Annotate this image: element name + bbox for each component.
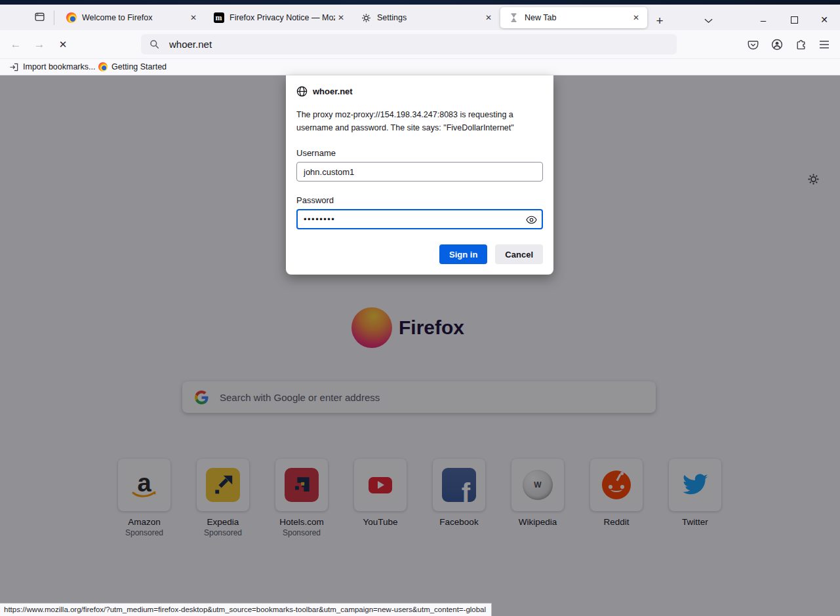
chevron-down-icon — [704, 18, 713, 24]
close-tab-icon[interactable]: ✕ — [335, 12, 347, 24]
proxy-auth-dialog: whoer.net The proxy moz-proxy://154.198.… — [286, 75, 553, 275]
password-field[interactable] — [296, 209, 543, 229]
close-tab-icon[interactable]: ✕ — [188, 12, 199, 24]
account-icon — [771, 39, 783, 50]
search-icon — [150, 39, 159, 49]
firefox-view-icon — [34, 11, 45, 25]
tabbar-separator — [54, 10, 54, 25]
forward-button[interactable]: → — [30, 35, 49, 54]
pocket-button[interactable] — [744, 35, 762, 54]
username-label: Username — [296, 148, 543, 158]
back-button[interactable]: ← — [7, 35, 25, 54]
tab-label: Firefox Privacy Notice — Mozilla — [230, 13, 335, 22]
status-bar: https://www.mozilla.org/firefox/?utm_med… — [0, 603, 492, 616]
password-label: Password — [296, 195, 543, 205]
maximize-icon — [791, 16, 798, 24]
firefox-icon — [66, 12, 77, 24]
address-bar[interactable]: whoer.net — [141, 34, 677, 54]
stop-button[interactable]: ✕ — [54, 35, 72, 54]
tab-new-tab-active[interactable]: New Tab ✕ — [500, 7, 647, 28]
extensions-button[interactable] — [791, 35, 810, 54]
tab-label: New Tab — [525, 13, 630, 22]
account-button[interactable] — [768, 35, 786, 54]
window-titlebar-strip — [0, 0, 840, 5]
new-tab-button[interactable]: + — [650, 12, 669, 29]
pocket-icon — [748, 39, 759, 50]
close-window-button[interactable]: ✕ — [809, 10, 839, 29]
tab-label: Settings — [377, 13, 483, 22]
cancel-button[interactable]: Cancel — [495, 244, 543, 264]
list-all-tabs-button[interactable] — [699, 12, 717, 29]
dialog-site: whoer.net — [313, 87, 353, 96]
navigation-toolbar: ← → ✕ whoer.net — [0, 30, 840, 59]
address-bar-url: whoer.net — [169, 39, 212, 50]
dialog-message: The proxy moz-proxy://154.198.34.247:808… — [296, 108, 538, 134]
tab-label: Welcome to Firefox — [82, 13, 188, 22]
sign-in-button[interactable]: Sign in — [439, 244, 487, 264]
tab-bar: Welcome to Firefox ✕ m Firefox Privacy N… — [0, 5, 840, 30]
import-icon — [9, 62, 19, 72]
firefox-icon — [98, 62, 108, 71]
bookmark-label: Getting Started — [111, 62, 167, 71]
close-tab-icon[interactable]: ✕ — [483, 12, 494, 24]
bookmark-getting-started[interactable]: Getting Started — [95, 60, 170, 74]
eye-icon — [526, 216, 537, 224]
browser-window: Welcome to Firefox ✕ m Firefox Privacy N… — [0, 0, 840, 616]
minimize-button[interactable]: – — [748, 10, 778, 29]
hamburger-menu-icon — [819, 40, 830, 49]
globe-icon — [296, 86, 308, 97]
menu-button[interactable] — [815, 35, 833, 54]
tab-firefox-privacy-notice[interactable]: m Firefox Privacy Notice — Mozilla ✕ — [205, 8, 352, 28]
gear-icon — [361, 12, 372, 24]
maximize-button[interactable] — [779, 10, 809, 29]
username-field[interactable] — [296, 162, 543, 182]
tab-settings[interactable]: Settings ✕ — [353, 8, 500, 28]
mozilla-icon: m — [213, 12, 224, 24]
extensions-icon — [795, 39, 807, 50]
hourglass-icon — [508, 12, 519, 24]
tab-welcome-to-firefox[interactable]: Welcome to Firefox ✕ — [58, 8, 205, 28]
close-tab-icon[interactable]: ✕ — [630, 12, 642, 24]
bookmark-label: Import bookmarks... — [23, 62, 95, 71]
reveal-password-button[interactable] — [525, 214, 537, 225]
firefox-view-button[interactable] — [29, 9, 50, 26]
bookmark-import-bookmarks[interactable]: Import bookmarks... — [6, 60, 98, 74]
bookmarks-toolbar: Import bookmarks... Getting Started — [0, 59, 840, 75]
